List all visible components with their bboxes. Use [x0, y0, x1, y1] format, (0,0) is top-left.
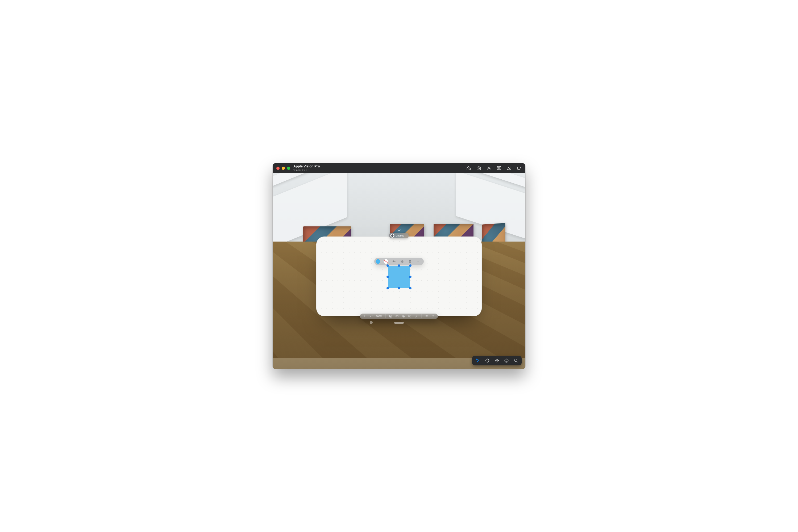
circle-icon — [432, 315, 435, 318]
target-tool-button[interactable] — [483, 357, 491, 364]
title-wrap: Apple Vision Pro visionOS 1.0 — [293, 165, 320, 171]
arrange-button[interactable] — [399, 259, 404, 264]
shortcuts-button[interactable] — [496, 166, 502, 171]
svg-point-20 — [486, 359, 489, 362]
pan-icon — [494, 358, 499, 363]
target-icon — [485, 358, 490, 363]
fill-color-swatch[interactable] — [375, 259, 381, 264]
svg-point-19 — [432, 315, 434, 317]
resize-handle-ml[interactable] — [386, 276, 389, 278]
svg-point-14 — [403, 316, 404, 317]
svg-rect-5 — [518, 167, 520, 169]
toolbar-separator — [385, 315, 386, 318]
resize-handle-mr[interactable] — [409, 276, 412, 278]
undo-icon — [363, 315, 366, 318]
more-canvas-button[interactable] — [431, 315, 435, 318]
document-title-group: Untitled › — [389, 229, 409, 239]
more-button[interactable] — [415, 259, 420, 264]
simulator-camera-toolbar — [472, 356, 522, 365]
redo-icon — [370, 315, 373, 318]
brightness-button[interactable] — [487, 166, 491, 171]
titlebar: Apple Vision Pro visionOS 1.0 — [273, 163, 525, 173]
trash-icon — [408, 260, 412, 263]
camera-icon — [476, 166, 481, 171]
document-title-pill[interactable]: Untitled › — [389, 233, 409, 239]
add-file-button[interactable] — [414, 315, 418, 318]
resize-handle-tl[interactable] — [386, 264, 389, 267]
viewport[interactable]: Untitled › Aa — [273, 173, 525, 369]
dolly-tool-button[interactable] — [512, 357, 520, 364]
zoom-icon[interactable] — [287, 167, 290, 170]
selected-shape[interactable] — [388, 266, 410, 288]
canvas-toolbar: 100% — [360, 314, 438, 319]
media-icon — [408, 315, 412, 318]
add-text-button[interactable] — [395, 315, 399, 318]
text-style-button[interactable]: Aa — [391, 259, 397, 264]
square-shape[interactable] — [388, 266, 410, 288]
command-icon — [496, 166, 502, 171]
shapes-icon — [402, 315, 405, 318]
pointer-tool-button[interactable] — [474, 357, 482, 364]
resize-handle-bm[interactable] — [398, 287, 400, 289]
orbit-tool-button[interactable] — [503, 357, 510, 364]
mountains-icon — [507, 166, 511, 171]
svg-point-1 — [478, 168, 479, 169]
chevron-right-icon: › — [406, 234, 406, 237]
delete-button[interactable] — [407, 259, 413, 264]
pointer-icon — [475, 358, 480, 363]
resize-handle-tm[interactable] — [398, 264, 400, 267]
svg-point-2 — [488, 167, 489, 169]
window-subtitle: visionOS 1.0 — [293, 169, 320, 172]
resize-handle-br[interactable] — [409, 287, 412, 289]
resize-handle-tr[interactable] — [409, 264, 412, 267]
svg-point-18 — [427, 315, 428, 316]
titlebar-right — [466, 166, 522, 171]
svg-rect-12 — [396, 316, 398, 317]
add-media-button[interactable] — [408, 315, 412, 318]
environment-button[interactable] — [507, 166, 511, 171]
record-icon — [517, 166, 522, 171]
arrange-icon — [400, 260, 404, 263]
brightness-icon — [487, 166, 491, 171]
svg-rect-0 — [477, 167, 480, 170]
sticky-note-icon — [389, 315, 392, 318]
close-window-button[interactable] — [370, 321, 373, 324]
zoom-label[interactable]: 100% — [376, 315, 382, 318]
document-title-label: Untitled — [396, 234, 404, 237]
freeform-canvas[interactable]: Aa — [316, 236, 482, 316]
svg-point-17 — [426, 315, 427, 316]
add-shape-button[interactable] — [402, 315, 405, 318]
window-move-handle[interactable] — [394, 322, 404, 324]
no-stroke-icon — [384, 259, 388, 264]
resize-handle-bl[interactable] — [386, 287, 389, 289]
capture-button[interactable] — [476, 166, 481, 171]
simulator-window: Apple Vision Pro visionOS 1.0 — [273, 163, 525, 369]
pan-tool-button[interactable] — [493, 357, 501, 364]
home-icon — [466, 166, 471, 171]
link-icon — [415, 315, 418, 318]
toolbar-separator — [421, 315, 422, 318]
svg-point-21 — [505, 359, 508, 362]
more-icon — [416, 260, 420, 263]
fill-color-icon — [376, 259, 380, 264]
magnify-icon — [514, 358, 519, 363]
traffic-lights — [276, 167, 290, 170]
minimize-icon[interactable] — [282, 167, 285, 170]
share-button[interactable] — [425, 315, 429, 318]
svg-point-10 — [419, 261, 419, 262]
add-note-button[interactable] — [389, 315, 393, 318]
chevron-down-icon[interactable] — [397, 229, 401, 232]
undo-button[interactable] — [363, 315, 367, 318]
home-button[interactable] — [466, 166, 471, 171]
shape-context-toolbar: Aa — [374, 258, 424, 265]
orbit-icon — [504, 358, 509, 363]
svg-point-9 — [418, 261, 418, 262]
textbox-icon — [396, 315, 399, 318]
svg-point-22 — [514, 359, 517, 362]
app-icon — [390, 233, 394, 238]
close-icon[interactable] — [276, 167, 279, 170]
redo-button[interactable] — [369, 315, 373, 318]
stroke-color-swatch[interactable] — [383, 259, 388, 264]
svg-point-8 — [417, 261, 417, 262]
record-button[interactable] — [517, 166, 522, 171]
